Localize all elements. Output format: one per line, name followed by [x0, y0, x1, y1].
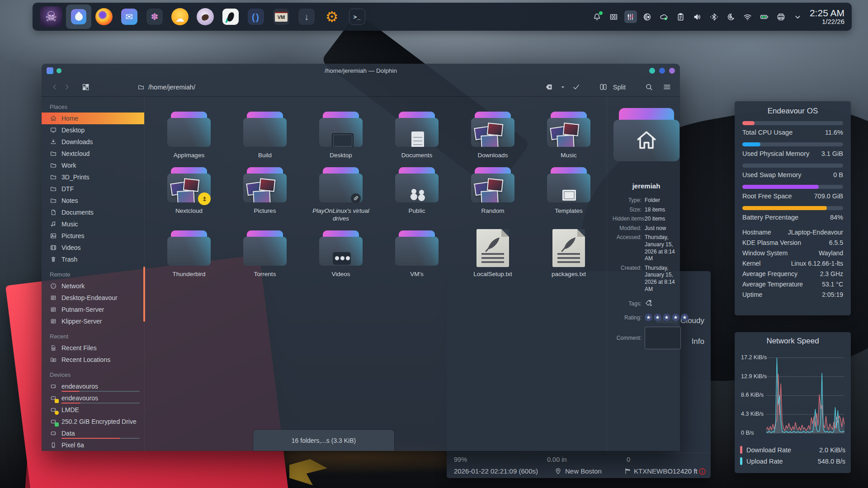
clear-location-button[interactable]: [543, 81, 555, 93]
folder-view[interactable]: AppImages: [145, 96, 607, 451]
dolphin-launcher-icon[interactable]: [66, 5, 91, 29]
location-dropdown-button[interactable]: [559, 81, 567, 93]
search-button[interactable]: [643, 81, 655, 93]
night-light-icon[interactable]: [725, 10, 737, 23]
grid-item[interactable]: AppImages: [151, 110, 227, 160]
grid-item[interactable]: Random: [455, 165, 531, 223]
sidebar-place-item[interactable]: Home: [42, 113, 144, 124]
notifications-icon[interactable]: [591, 10, 604, 23]
firewall-icon[interactable]: [608, 10, 620, 23]
grid-item[interactable]: Pictures: [227, 165, 303, 223]
back-button[interactable]: [49, 81, 61, 93]
location-bar[interactable]: /home/jeremiah/: [137, 84, 195, 91]
sidebar-device-item[interactable]: endeavouros: [42, 380, 144, 392]
confirm-button[interactable]: [571, 81, 582, 93]
battery-icon[interactable]: [758, 10, 771, 23]
grid-item[interactable]: Public: [379, 165, 455, 223]
printer-icon[interactable]: [775, 10, 788, 23]
sidebar-place-item[interactable]: Videos: [42, 242, 144, 253]
sidebar-device-item[interactable]: endeavouros: [42, 392, 144, 404]
sidebar-place-item[interactable]: DTF: [42, 183, 144, 195]
sidebar-recent-item[interactable]: Recent Locations: [42, 354, 144, 366]
grid-item[interactable]: Downloads: [455, 110, 531, 160]
titlebar-pin-icon[interactable]: [57, 68, 61, 73]
network-legend: Download Rate 2.0 KiB/s Upload Rate 548.…: [740, 444, 845, 467]
forward-button[interactable]: [61, 81, 72, 93]
titlebar[interactable]: /home/jeremiah — Dolphin: [42, 64, 680, 78]
grid-item[interactable]: Templates: [531, 165, 607, 223]
sidebar-place-item[interactable]: Documents: [42, 206, 144, 218]
sidebar-device-item[interactable]: Data: [42, 427, 144, 439]
volume-icon[interactable]: [691, 10, 704, 23]
grid-item[interactable]: VM's: [379, 229, 455, 278]
firefox-launcher-icon[interactable]: [91, 5, 117, 29]
sidebar-place-item[interactable]: Downloads: [42, 136, 144, 148]
sidebar-remote-item[interactable]: Desktop-Endeavour: [42, 292, 144, 304]
grid-item[interactable]: Videos: [303, 229, 379, 278]
rating-stars[interactable]: ★★★★★: [645, 314, 689, 321]
mail-launcher-icon[interactable]: ✉: [117, 5, 142, 29]
bluetooth-icon[interactable]: [708, 10, 721, 23]
sidebar-device-item[interactable]: LMDE: [42, 404, 144, 416]
weather-info-link[interactable]: Info: [692, 337, 704, 346]
sidebar-remote-item[interactable]: Network: [42, 280, 144, 292]
sidebar-place-item[interactable]: Nextcloud: [42, 148, 144, 160]
notes-app-launcher-icon[interactable]: [218, 5, 243, 29]
comment-input[interactable]: [645, 327, 681, 349]
gimp-launcher-icon[interactable]: [193, 5, 218, 29]
sidebar-place-item[interactable]: Desktop: [42, 124, 144, 136]
weather-launcher-icon[interactable]: ☁: [167, 5, 193, 29]
cloud-sync-icon[interactable]: [658, 10, 670, 23]
sidebar-place-item[interactable]: Trash: [42, 253, 144, 265]
sidebar-place-item[interactable]: Work: [42, 160, 144, 171]
star-icon[interactable]: ★: [663, 314, 670, 321]
grid-item[interactable]: Build: [227, 110, 303, 160]
user-avatar-icon[interactable]: ☠: [38, 5, 64, 29]
sidebar-remote-item[interactable]: Klipper-Server: [42, 315, 144, 327]
sidebar-remote-item[interactable]: Putnam-Server: [42, 304, 144, 315]
grid-item[interactable]: Thunderbird: [151, 229, 227, 278]
wifi-icon[interactable]: [741, 10, 754, 23]
grid-item[interactable]: Nextcloud: [151, 165, 227, 223]
window-close-button[interactable]: [669, 68, 675, 74]
kde-app-launcher-icon[interactable]: ✽: [142, 5, 167, 29]
hamburger-menu-button[interactable]: [661, 81, 673, 93]
grid-item[interactable]: PlayOnLinux's virtual drives: [303, 165, 379, 223]
weather-alert-icon[interactable]: [698, 467, 707, 476]
blue-app-launcher-icon[interactable]: (): [243, 5, 269, 29]
grid-item[interactable]: Desktop: [303, 110, 379, 160]
settings-launcher-icon[interactable]: ⚙: [319, 5, 344, 29]
sidebar-place-item[interactable]: Pictures: [42, 230, 144, 242]
clipboard-icon[interactable]: [675, 10, 687, 23]
add-tag-icon[interactable]: [645, 299, 652, 307]
star-icon[interactable]: ★: [672, 314, 679, 321]
grid-item[interactable]: Torrents: [227, 229, 303, 278]
downloader-launcher-icon[interactable]: ↓: [294, 5, 319, 29]
split-button-label[interactable]: Split: [613, 84, 626, 91]
window-maximize-button[interactable]: [659, 68, 665, 74]
digital-clock[interactable]: 2:25 AM 1/22/26: [810, 8, 846, 26]
split-view-icon[interactable]: [598, 81, 609, 93]
window-minimize-button[interactable]: [649, 68, 655, 74]
sidebar-place-item[interactable]: Notes: [42, 195, 144, 206]
audio-mixer-icon[interactable]: [624, 10, 637, 23]
terminal-launcher-icon[interactable]: >_: [344, 5, 370, 29]
tray-expander-icon[interactable]: [792, 10, 804, 23]
grid-item[interactable]: Documents: [379, 110, 455, 160]
sidebar-place-item[interactable]: Music: [42, 218, 144, 230]
sidebar-place-item[interactable]: 3D_Prints: [42, 171, 144, 183]
sidebar-device-item[interactable]: 250.2 GiB Encrypted Drive: [42, 416, 144, 427]
grid-item[interactable]: packages.txt: [531, 229, 607, 278]
star-icon[interactable]: ★: [645, 314, 652, 321]
star-icon[interactable]: ★: [654, 314, 661, 321]
sidebar-device-item[interactable]: Pixel 6a: [42, 439, 144, 451]
vmware-launcher-icon[interactable]: VM: [269, 5, 294, 29]
quill-icon: [482, 234, 504, 255]
star-icon[interactable]: ★: [681, 314, 689, 321]
grid-item[interactable]: LocalSetup.txt: [455, 229, 531, 278]
disk-manager-icon[interactable]: [641, 10, 654, 23]
sidebar-recent-item[interactable]: Recent Files: [42, 342, 144, 354]
grid-item[interactable]: Music: [531, 110, 607, 160]
view-mode-button[interactable]: [80, 81, 91, 93]
weather-location[interactable]: New Boston: [565, 467, 602, 475]
